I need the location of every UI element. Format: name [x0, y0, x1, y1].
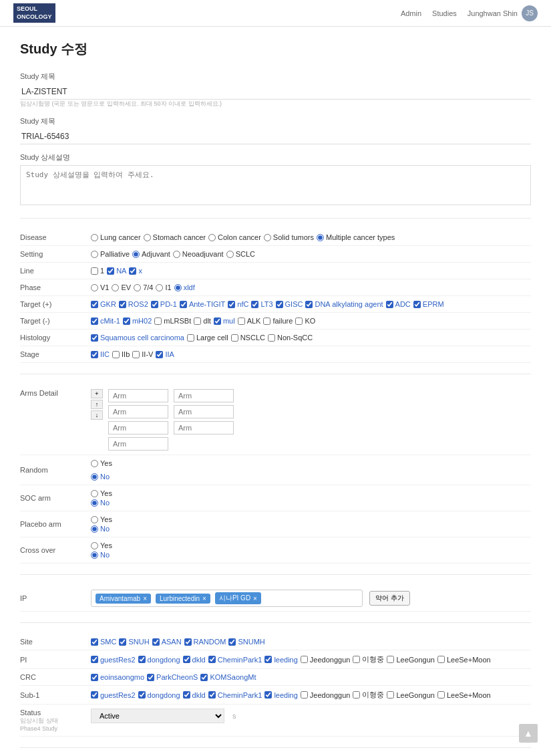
soc-yes[interactable]: Yes — [91, 489, 112, 497]
status-select[interactable]: Active Inactive Completed — [91, 709, 224, 723]
pi-leeding[interactable]: leeding — [264, 656, 297, 664]
line-x[interactable]: x — [129, 267, 142, 275]
disease-stomach[interactable]: Stomach cancer — [144, 233, 206, 241]
site-random[interactable]: RANDOM — [184, 638, 226, 646]
tp-gisc[interactable]: GISC — [276, 300, 303, 308]
sub1-dkld[interactable]: dkld — [183, 691, 206, 699]
tm-alk[interactable]: ALK — [238, 317, 261, 325]
stage-iib[interactable]: IIb — [112, 350, 130, 358]
tp-adc[interactable]: ADC — [386, 300, 411, 308]
arms-add-btn[interactable]: + — [91, 389, 103, 398]
crossover-yes[interactable]: Yes — [91, 541, 112, 549]
tm-cmit1[interactable]: cMit-1 — [91, 317, 120, 325]
hist-large[interactable]: Large cell — [187, 334, 228, 342]
arm-input-3[interactable] — [108, 421, 168, 434]
arm-input-2[interactable] — [108, 405, 168, 418]
ip-input-area[interactable]: Amivantamab × Lurbinectedin × 시나PI GD × — [91, 590, 363, 607]
arm-input-4[interactable] — [108, 437, 168, 451]
random-no[interactable]: No — [91, 473, 110, 481]
tm-dlt[interactable]: dlt — [194, 317, 211, 325]
ip-tag-3-close[interactable]: × — [253, 595, 257, 602]
disease-lung[interactable]: Lung cancer — [91, 233, 141, 241]
study-title-input[interactable] — [20, 84, 531, 100]
ip-text-input[interactable] — [266, 594, 358, 602]
scroll-to-top-button[interactable]: ▲ — [519, 724, 538, 743]
tp-gkr[interactable]: GKR — [91, 300, 116, 308]
arm-input-6[interactable] — [174, 405, 234, 418]
tp-dna[interactable]: DNA alkylating agent — [305, 300, 383, 308]
pi-ihyungjeong[interactable]: 이형중 — [353, 654, 384, 664]
sub1-jeedonggun[interactable]: Jeedonggun — [301, 691, 351, 699]
disease-solid[interactable]: Solid tumors — [264, 233, 314, 241]
phase-ev[interactable]: EV — [112, 283, 131, 291]
sub1-leeding[interactable]: leeding — [264, 691, 297, 699]
pi-leegongun[interactable]: LeeGongun — [387, 656, 435, 664]
tm-mul[interactable]: mul — [214, 317, 235, 325]
phase-i1[interactable]: I1 — [156, 283, 171, 291]
crc-komsaongmt[interactable]: KOMSaongMt — [200, 673, 256, 681]
stage-ii-v[interactable]: II-V — [132, 350, 153, 358]
pi-dkld[interactable]: dkld — [183, 656, 206, 664]
hist-sqcc[interactable]: Squamous cell carcinoma — [91, 334, 184, 342]
setting-neoadjuvant[interactable]: Neoadjuvant — [173, 250, 224, 258]
tp-pd1[interactable]: PD-1 — [151, 300, 177, 308]
study-code-input[interactable] — [20, 129, 531, 144]
arms-down-btn[interactable]: ↓ — [91, 410, 103, 420]
site-asan[interactable]: ASAN — [152, 638, 182, 646]
placebo-no[interactable]: No — [91, 525, 110, 533]
study-description-input[interactable] — [20, 165, 531, 205]
tp-ante[interactable]: Ante-TIGIT — [180, 300, 225, 308]
disease-multiple[interactable]: Multiple cancer types — [317, 233, 395, 241]
crc-parkcheons[interactable]: ParkCheonS — [147, 673, 198, 681]
pi-jeedonggun[interactable]: Jeedonggun — [301, 656, 351, 664]
phase-74[interactable]: 7/4 — [134, 283, 153, 291]
setting-palliative[interactable]: Palliative — [91, 250, 130, 258]
tp-lt3[interactable]: LT3 — [251, 300, 272, 308]
tm-mh02[interactable]: mH02 — [123, 317, 152, 325]
tp-ros2[interactable]: ROS2 — [119, 300, 148, 308]
ip-add-button[interactable]: 약어 추가 — [369, 591, 410, 606]
pi-dongdong[interactable]: dongdong — [138, 656, 180, 664]
crc-eoinsaongmo[interactable]: eoinsaongmo — [91, 673, 144, 681]
tp-eprm[interactable]: EPRM — [413, 300, 444, 308]
tp-nfc[interactable]: nfC — [228, 300, 248, 308]
placebo-yes[interactable]: Yes — [91, 515, 112, 523]
stage-iic[interactable]: IIC — [91, 350, 110, 358]
pi-leesemoon[interactable]: LeeSe+Moon — [437, 656, 491, 664]
soc-no[interactable]: No — [91, 499, 110, 507]
sub1-ihyungjeong[interactable]: 이형중 — [353, 690, 384, 700]
random-yes[interactable]: Yes — [91, 459, 112, 467]
sub1-dongdong[interactable]: dongdong — [138, 691, 180, 699]
site-snuh[interactable]: SNUH — [119, 638, 149, 646]
sub1-cheminpark1[interactable]: CheminPark1 — [208, 691, 262, 699]
arms-up-btn[interactable]: ↑ — [91, 400, 103, 409]
line-na[interactable]: NA — [107, 267, 126, 275]
sub1-guestres2[interactable]: guestRes2 — [91, 691, 136, 699]
setting-sclc[interactable]: SCLC — [226, 250, 255, 258]
crossover-no[interactable]: No — [91, 551, 110, 559]
pi-guestres2[interactable]: guestRes2 — [91, 656, 136, 664]
stage-iia[interactable]: IIA — [156, 350, 174, 358]
nav-studies[interactable]: Studies — [432, 9, 457, 17]
pi-cheminpark1[interactable]: CheminPark1 — [208, 656, 262, 664]
nav-admin[interactable]: Admin — [401, 9, 421, 17]
phase-v1[interactable]: V1 — [91, 283, 109, 291]
line-1[interactable]: 1 — [91, 267, 104, 275]
sub1-leesemoon[interactable]: LeeSe+Moon — [437, 691, 491, 699]
tm-mlrsbt[interactable]: mLRSBt — [154, 317, 191, 325]
arm-input-7[interactable] — [174, 421, 234, 434]
ip-tag-2-close[interactable]: × — [202, 595, 206, 602]
arm-input-1[interactable] — [108, 389, 168, 402]
phase-xldf[interactable]: xldf — [174, 283, 195, 291]
arm-input-5[interactable] — [174, 389, 234, 402]
hist-nonsq[interactable]: Non-SqCC — [268, 334, 313, 342]
tm-ko[interactable]: KO — [295, 317, 315, 325]
disease-colon[interactable]: Colon cancer — [208, 233, 261, 241]
setting-adjuvant[interactable]: Adjuvant — [132, 250, 170, 258]
tm-failure[interactable]: failure — [263, 317, 293, 325]
ip-tag-1-close[interactable]: × — [143, 595, 147, 602]
sub1-leegongun[interactable]: LeeGongun — [387, 691, 435, 699]
site-smc[interactable]: SMC — [91, 638, 116, 646]
site-snumh[interactable]: SNUMH — [228, 638, 264, 646]
hist-nsclc[interactable]: NSCLC — [231, 334, 265, 342]
